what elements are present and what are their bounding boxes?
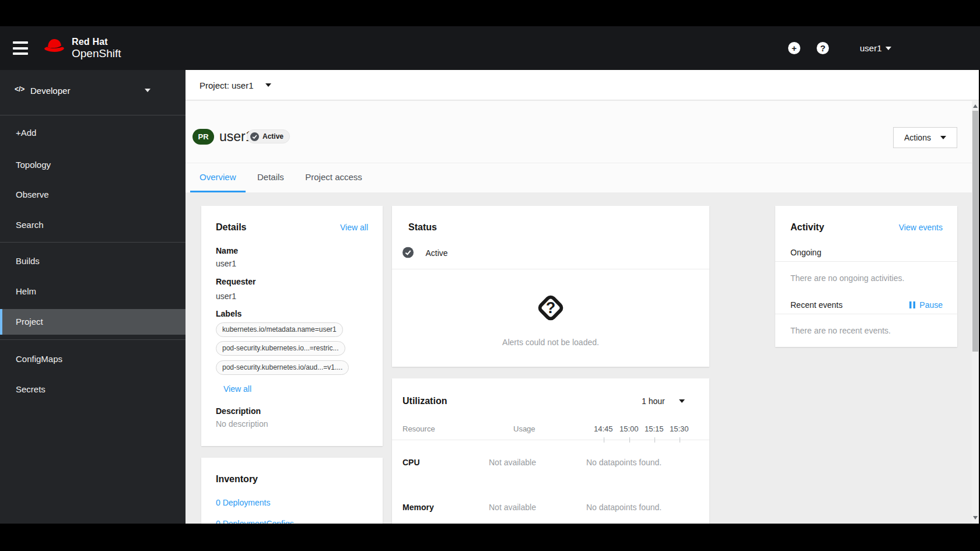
details-card-title: Details <box>216 222 246 233</box>
red-hat-fedora-icon <box>43 37 67 59</box>
time-tick-label: 15:30 <box>670 424 689 433</box>
main-content: Project: user1 PR user1 Active Actions O… <box>186 70 979 524</box>
view-events-link[interactable]: View events <box>899 223 943 232</box>
requester-field-label: Requester <box>216 277 256 286</box>
axis-tick <box>680 437 680 443</box>
utilization-row-data: No datapoints found. <box>586 503 662 512</box>
inventory-deployments-link[interactable]: 0 Deployments <box>216 498 270 507</box>
recent-events-section-label: Recent events <box>790 300 843 310</box>
inventory-deploymentconfigs-link[interactable]: 0 DeploymentConfigs <box>216 519 294 524</box>
masthead: Red Hat OpenShift + ? user1 <box>0 26 980 70</box>
axis-line <box>392 440 709 440</box>
sidebar-item-observe[interactable]: Observe <box>0 183 186 207</box>
name-field-value: user1 <box>216 259 236 268</box>
chevron-down-icon <box>265 83 271 87</box>
actions-button[interactable]: Actions <box>893 127 957 148</box>
project-selector-dropdown[interactable]: Project: user1 <box>200 70 271 100</box>
card-divider <box>392 269 709 269</box>
details-card: Details View all Name user1 Requester us… <box>201 206 383 446</box>
activity-card: Activity View events Ongoing There are n… <box>775 206 957 347</box>
tab-overview[interactable]: Overview <box>190 163 246 192</box>
project-badge: PR <box>192 129 214 145</box>
chevron-down-icon <box>886 47 891 50</box>
time-tick-label: 15:00 <box>620 424 639 433</box>
perspective-label: Developer <box>30 86 70 96</box>
check-circle-icon <box>402 247 414 258</box>
brand-line2: OpenShift <box>72 47 121 59</box>
label-chip: pod-security.kubernetes.io/aud...=v1.... <box>216 360 349 375</box>
sidebar-item-configmaps[interactable]: ConfigMaps <box>0 347 186 371</box>
chevron-down-icon <box>679 399 685 403</box>
brand-line1: Red Hat <box>72 37 121 47</box>
chevron-down-icon <box>940 136 946 139</box>
scrollbar[interactable] <box>972 100 979 524</box>
utilization-row-usage: Not available <box>489 503 536 512</box>
sidebar-item-secrets[interactable]: Secrets <box>0 377 186 402</box>
axis-tick <box>604 437 604 443</box>
sidebar-item-project[interactable]: Project <box>0 309 186 335</box>
time-tick-label: 15:15 <box>645 424 664 433</box>
utilization-row-resource: CPU <box>402 458 420 467</box>
tab-project-access[interactable]: Project access <box>296 163 372 192</box>
time-tick-label: 14:45 <box>594 424 613 433</box>
description-field-value: No description <box>216 419 268 429</box>
ongoing-section-label: Ongoing <box>790 248 821 257</box>
hamburger-menu-icon[interactable] <box>13 41 28 55</box>
inventory-card: Inventory 0 Deployments 0 DeploymentConf… <box>201 458 383 524</box>
status-card: Status Active ? Alerts could not be load… <box>392 206 709 367</box>
utilization-row-resource: Memory <box>402 503 434 512</box>
label-chip: pod-security.kubernetes.io...=restric... <box>216 341 345 356</box>
card-divider <box>775 261 957 262</box>
resource-column-header: Resource <box>402 424 435 433</box>
requester-field-value: user1 <box>216 292 236 301</box>
add-plus-circle-icon[interactable]: + <box>788 42 800 54</box>
brand-logo: Red Hat OpenShift <box>43 37 121 59</box>
sidebar-item-add[interactable]: +Add <box>0 121 186 145</box>
labels-view-all-link[interactable]: View all <box>223 384 251 394</box>
status-value: Active <box>425 248 447 258</box>
user-menu-label: user1 <box>860 43 882 53</box>
help-question-circle-icon[interactable]: ? <box>817 42 829 54</box>
pause-events-button[interactable]: Pause <box>909 300 943 310</box>
utilization-row-usage: Not available <box>489 458 536 467</box>
usage-column-header: Usage <box>513 424 536 433</box>
sidebar-divider <box>0 115 186 115</box>
pause-icon <box>909 301 915 308</box>
tab-details[interactable]: Details <box>248 163 293 192</box>
card-divider <box>775 314 957 314</box>
scrollbar-thumb[interactable] <box>972 111 978 352</box>
sidebar-item-helm[interactable]: Helm <box>0 279 186 304</box>
actions-button-label: Actions <box>904 133 931 142</box>
sidebar-item-topology[interactable]: Topology <box>0 153 186 177</box>
utilization-card-title: Utilization <box>402 396 447 406</box>
labels-field-label: Labels <box>216 309 242 318</box>
activity-card-title: Activity <box>790 222 824 233</box>
status-badge: Active <box>247 129 290 143</box>
name-field-label: Name <box>216 246 238 255</box>
code-brackets-icon: </> <box>15 85 24 93</box>
project-selector-label: Project: user1 <box>200 80 254 90</box>
tabs: Overview Details Project access <box>186 163 979 192</box>
project-bar: Project: user1 <box>186 70 979 100</box>
utilization-row-data: No datapoints found. <box>586 458 662 467</box>
chevron-down-icon <box>145 89 150 92</box>
duration-dropdown[interactable]: 1 hour <box>642 396 685 406</box>
duration-value: 1 hour <box>642 396 665 406</box>
project-active-status: Active <box>402 247 448 258</box>
alerts-empty-message: Alerts could not be loaded. <box>502 338 599 347</box>
scroll-down-arrow-icon[interactable] <box>973 516 978 520</box>
sidebar-divider <box>0 242 186 243</box>
recent-events-empty-message: There are no recent events. <box>790 326 891 335</box>
perspective-switcher[interactable]: </> Developer <box>0 79 186 102</box>
user-menu-dropdown[interactable]: user1 <box>860 26 891 70</box>
sidebar-item-search[interactable]: Search <box>0 213 186 237</box>
description-field-label: Description <box>216 406 261 416</box>
sidebar-item-builds[interactable]: Builds <box>0 249 186 273</box>
details-view-all-link[interactable]: View all <box>340 223 368 232</box>
sidebar-divider <box>0 339 186 340</box>
sidebar-nav: </> Developer +Add Topology Observe Sear… <box>0 70 186 524</box>
axis-tick <box>629 437 630 443</box>
utilization-card: Utilization 1 hour Resource Usage 14:45 … <box>392 378 709 524</box>
status-badge-label: Active <box>262 132 284 141</box>
scroll-up-arrow-icon[interactable] <box>973 104 978 108</box>
